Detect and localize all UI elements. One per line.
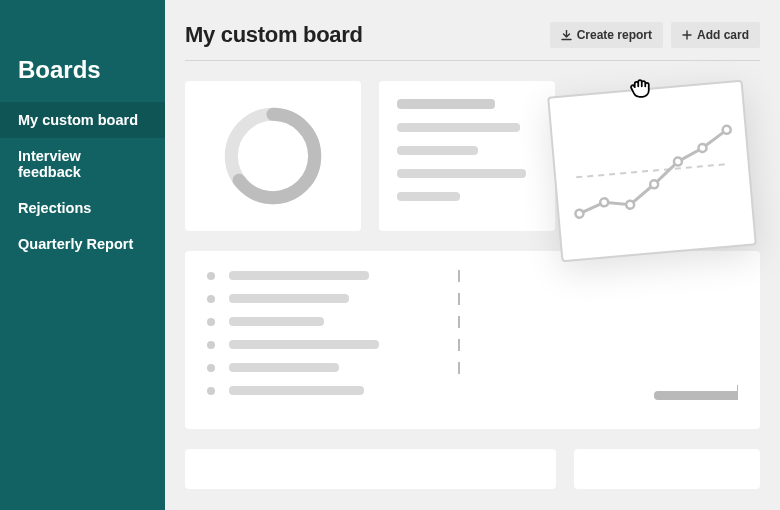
placeholder-line — [229, 294, 349, 303]
placeholder-line — [397, 146, 478, 155]
svg-point-8 — [698, 144, 707, 153]
create-report-button[interactable]: Create report — [550, 22, 663, 48]
plus-icon — [682, 30, 692, 40]
grab-cursor-icon — [626, 74, 654, 106]
list-row — [207, 317, 738, 326]
card-stub[interactable] — [185, 449, 556, 489]
bullet-icon — [207, 272, 215, 280]
svg-point-4 — [600, 198, 609, 207]
list-row — [207, 363, 738, 372]
svg-point-6 — [650, 180, 659, 189]
bullet-icon — [207, 387, 215, 395]
svg-point-3 — [575, 209, 584, 218]
list-row — [207, 294, 738, 303]
page-title: My custom board — [185, 22, 363, 48]
add-card-button[interactable]: Add card — [671, 22, 760, 48]
placeholder-line — [229, 271, 369, 280]
header: My custom board Create report Add card — [185, 0, 760, 61]
bullet-icon — [207, 318, 215, 326]
sidebar-item-interview-feedback[interactable]: Interview feedback — [0, 138, 165, 190]
sidebar: Boards My custom boardInterview feedback… — [0, 0, 165, 510]
list-row — [207, 386, 738, 395]
bullet-icon — [207, 295, 215, 303]
placeholder-line — [229, 386, 364, 395]
card-stub[interactable] — [574, 449, 760, 489]
add-card-label: Add card — [697, 28, 749, 42]
donut-chart — [218, 101, 328, 211]
bullet-icon — [207, 364, 215, 372]
sidebar-item-quarterly-report[interactable]: Quarterly Report — [0, 226, 165, 262]
placeholder-line — [397, 123, 520, 132]
sidebar-item-rejections[interactable]: Rejections — [0, 190, 165, 226]
donut-card[interactable] — [185, 81, 361, 231]
placeholder-line — [397, 169, 526, 178]
line-chart — [563, 101, 744, 245]
create-report-label: Create report — [577, 28, 652, 42]
svg-point-7 — [674, 157, 683, 166]
download-icon — [561, 30, 572, 41]
placeholder-line — [229, 363, 339, 372]
cards-row-bottom — [185, 449, 760, 489]
svg-point-9 — [722, 126, 731, 135]
bar-fill — [654, 391, 738, 400]
bullet-icon — [207, 341, 215, 349]
bar-list-card[interactable] — [185, 251, 760, 429]
sidebar-item-my-custom-board[interactable]: My custom board — [0, 102, 165, 138]
list-row — [207, 271, 738, 280]
svg-point-5 — [626, 200, 635, 209]
placeholder-line — [229, 317, 324, 326]
header-actions: Create report Add card — [550, 22, 760, 48]
text-card[interactable] — [379, 81, 555, 231]
sidebar-title: Boards — [0, 0, 165, 102]
placeholder-line — [397, 192, 460, 201]
placeholder-line — [397, 99, 495, 109]
placeholder-line — [229, 340, 379, 349]
main-content: My custom board Create report Add card — [165, 0, 780, 510]
list-row — [207, 340, 738, 349]
line-chart-card[interactable] — [547, 80, 757, 262]
svg-line-2 — [576, 164, 729, 177]
